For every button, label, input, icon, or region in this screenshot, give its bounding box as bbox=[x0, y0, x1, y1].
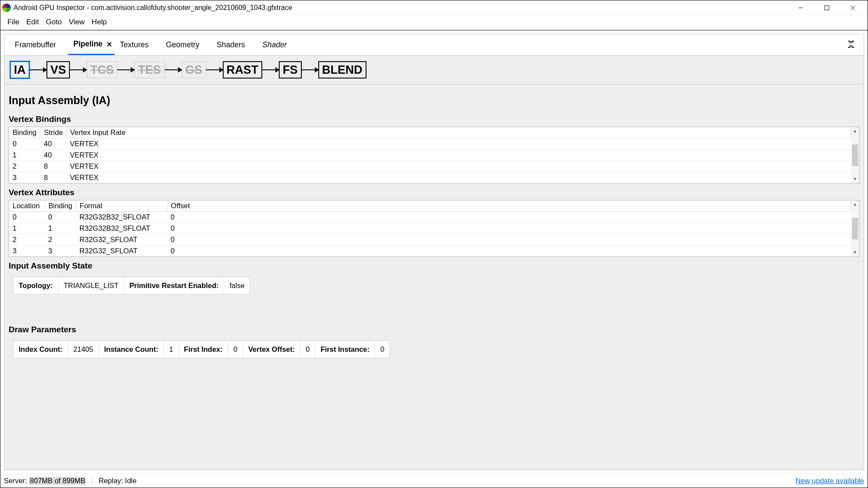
col-binding[interactable]: Binding bbox=[45, 200, 76, 212]
draw-parameters-heading: Draw Parameters bbox=[9, 325, 859, 334]
col-location[interactable]: Location bbox=[9, 200, 45, 212]
scrollbar[interactable]: ▲ ▼ bbox=[851, 127, 859, 183]
col-rate[interactable]: Vertex Input Rate bbox=[66, 127, 851, 138]
table-row[interactable]: 33R32G32_SFLOAT0 bbox=[9, 246, 851, 257]
table-row[interactable]: 38VERTEX bbox=[9, 172, 851, 183]
menu-file[interactable]: File bbox=[4, 17, 23, 27]
cell-format: R32G32_SFLOAT bbox=[76, 246, 167, 257]
menu-edit[interactable]: Edit bbox=[23, 17, 42, 27]
scroll-up-icon[interactable]: ▲ bbox=[851, 200, 859, 208]
table-row[interactable]: 22R32G32_SFLOAT0 bbox=[9, 234, 851, 246]
tab-textures[interactable]: Textures bbox=[115, 35, 161, 55]
update-link[interactable]: New update available bbox=[795, 477, 864, 485]
cell-stride: 40 bbox=[40, 138, 66, 150]
arrow-icon bbox=[117, 69, 135, 70]
minimize-icon bbox=[798, 5, 803, 10]
window-title: Android GPU Inspector - com.activision.c… bbox=[13, 4, 292, 12]
tab-label: Framebuffer bbox=[15, 40, 56, 49]
cell-offset: 0 bbox=[167, 223, 851, 234]
scroll-thumb[interactable] bbox=[852, 218, 858, 239]
stage-tes[interactable]: TES bbox=[134, 61, 165, 79]
cell-format: R32G32B32_SFLOAT bbox=[76, 223, 167, 234]
table-row[interactable]: 00R32G32B32_SFLOAT0 bbox=[9, 212, 851, 223]
svg-rect-1 bbox=[825, 6, 829, 10]
scroll-up-icon[interactable]: ▲ bbox=[851, 127, 859, 135]
stage-blend[interactable]: BLEND bbox=[318, 61, 366, 79]
close-icon[interactable]: ✕ bbox=[106, 40, 112, 48]
input-assembly-state-heading: Input Assembly State bbox=[9, 261, 859, 271]
scroll-down-icon[interactable]: ▼ bbox=[851, 175, 859, 183]
tab-label: Textures bbox=[120, 40, 149, 49]
section-title: Input Assembly (IA) bbox=[9, 94, 859, 107]
first-index-value: 0 bbox=[228, 341, 243, 358]
scroll-thumb[interactable] bbox=[852, 144, 858, 166]
scroll-down-icon[interactable]: ▼ bbox=[851, 249, 859, 256]
cell-binding: 2 bbox=[45, 234, 76, 246]
topology-label: Topology: bbox=[13, 277, 59, 294]
first-index-label: First Index: bbox=[179, 341, 228, 358]
tab-label: Geometry bbox=[166, 40, 199, 49]
vertex-bindings-heading: Vertex Bindings bbox=[9, 115, 859, 124]
tab-pipeline[interactable]: Pipeline✕ bbox=[68, 34, 115, 55]
first-instance-label: First Instance: bbox=[315, 341, 375, 358]
menu-view[interactable]: View bbox=[66, 17, 89, 27]
col-stride[interactable]: Stride bbox=[40, 127, 66, 138]
instance-count-value: 1 bbox=[164, 341, 178, 358]
cell-offset: 0 bbox=[167, 246, 851, 257]
statusbar: Server: 807MB of 899MB Replay: Idle New … bbox=[0, 474, 868, 488]
close-icon bbox=[850, 5, 855, 10]
stage-gs[interactable]: GS bbox=[182, 61, 206, 79]
server-memory: 807MB of 899MB bbox=[29, 477, 86, 485]
col-binding[interactable]: Binding bbox=[9, 127, 40, 138]
cell-rate: VERTEX bbox=[66, 138, 851, 150]
close-button[interactable] bbox=[840, 0, 866, 15]
collapse-icon bbox=[847, 40, 855, 48]
primitive-restart-value: false bbox=[224, 277, 250, 294]
stage-ia[interactable]: IA bbox=[10, 61, 30, 79]
tab-shaders[interactable]: Shaders bbox=[211, 35, 257, 55]
menubar: File Edit Goto View Help bbox=[0, 15, 868, 30]
instance-count-label: Instance Count: bbox=[99, 341, 164, 358]
minimize-button[interactable] bbox=[788, 0, 814, 15]
cell-location: 1 bbox=[9, 223, 45, 234]
vertex-bindings-table: Binding Stride Vertex Input Rate 040VERT… bbox=[9, 127, 859, 183]
arrow-icon bbox=[69, 69, 87, 70]
topology-value: TRIANGLE_LIST bbox=[59, 277, 125, 294]
arrow-icon bbox=[301, 69, 319, 70]
col-offset[interactable]: Offset bbox=[167, 200, 851, 212]
menu-help[interactable]: Help bbox=[88, 17, 110, 27]
cell-binding: 0 bbox=[9, 138, 40, 150]
table-row[interactable]: 11R32G32B32_SFLOAT0 bbox=[9, 223, 851, 234]
table-row[interactable]: 140VERTEX bbox=[9, 150, 851, 161]
stage-tcs[interactable]: TCS bbox=[86, 61, 118, 79]
stage-fs[interactable]: FS bbox=[279, 61, 302, 79]
cell-binding: 1 bbox=[9, 150, 40, 161]
tab-label: Shader bbox=[262, 40, 287, 49]
cell-location: 3 bbox=[9, 246, 45, 257]
stage-rast[interactable]: RAST bbox=[223, 61, 263, 79]
cell-binding: 0 bbox=[45, 212, 76, 223]
cell-stride: 40 bbox=[40, 150, 66, 161]
cell-stride: 8 bbox=[40, 161, 66, 172]
maximize-button[interactable] bbox=[814, 0, 840, 15]
cell-rate: VERTEX bbox=[66, 161, 851, 172]
scrollbar[interactable]: ▲ ▼ bbox=[851, 200, 859, 256]
titlebar: Android GPU Inspector - com.activision.c… bbox=[0, 0, 868, 15]
cell-binding: 3 bbox=[9, 172, 40, 183]
tab-framebuffer[interactable]: Framebuffer bbox=[10, 35, 68, 55]
table-row[interactable]: 040VERTEX bbox=[9, 138, 851, 150]
vertex-offset-value: 0 bbox=[300, 341, 315, 358]
stage-vs[interactable]: VS bbox=[46, 61, 70, 79]
app-icon bbox=[2, 3, 11, 12]
tab-geometry[interactable]: Geometry bbox=[161, 35, 211, 55]
tab-shader[interactable]: Shader bbox=[257, 35, 299, 55]
table-row[interactable]: 28VERTEX bbox=[9, 161, 851, 172]
cell-offset: 0 bbox=[167, 234, 851, 246]
collapse-button[interactable] bbox=[844, 37, 858, 53]
col-format[interactable]: Format bbox=[76, 200, 167, 212]
index-count-label: Index Count: bbox=[13, 341, 68, 358]
cell-offset: 0 bbox=[167, 212, 851, 223]
vertex-offset-label: Vertex Offset: bbox=[243, 341, 300, 358]
menu-goto[interactable]: Goto bbox=[43, 17, 66, 27]
draw-parameters-row: Index Count: 21405 Instance Count: 1 Fir… bbox=[13, 341, 390, 358]
